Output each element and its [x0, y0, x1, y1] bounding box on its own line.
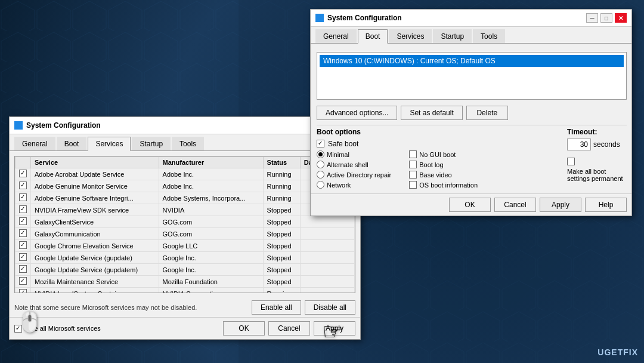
base-video-label: Base video	[419, 171, 451, 179]
service-checkbox[interactable]	[19, 229, 27, 237]
row-checkbox[interactable]	[16, 228, 31, 240]
disable-all-button[interactable]: Disable all	[305, 300, 355, 315]
row-checkbox[interactable]	[16, 252, 31, 264]
row-checkbox[interactable]	[16, 288, 31, 294]
table-row[interactable]: NVIDIA LocalSystem Container NVIDIA Corp…	[16, 288, 355, 294]
row-checkbox[interactable]	[16, 192, 31, 204]
radio-network[interactable]: Network	[317, 181, 391, 189]
boot-os-item[interactable]: Windows 10 (C:\WINDOWS) : Current OS; De…	[320, 55, 624, 67]
service-checkbox[interactable]	[19, 277, 27, 285]
set-default-button[interactable]: Set as default	[401, 106, 462, 120]
service-checkbox[interactable]	[19, 182, 27, 189]
row-checkbox[interactable]	[16, 168, 31, 180]
row-checkbox[interactable]	[16, 180, 31, 192]
row-status: Running	[263, 180, 300, 192]
cb-no-gui[interactable]: No GUI boot	[409, 150, 478, 158]
row-checkbox[interactable]	[16, 276, 31, 288]
row-checkbox[interactable]	[16, 216, 31, 228]
row-status: Stopped	[263, 276, 300, 288]
tab-boot-1[interactable]: Boot	[57, 137, 87, 150]
minimize-button-2[interactable]: ─	[586, 13, 598, 23]
boot-log-checkbox[interactable]	[409, 161, 417, 168]
enable-all-button[interactable]: Enable all	[252, 300, 301, 315]
safe-boot-checkbox[interactable]	[317, 140, 324, 147]
cancel-button-2[interactable]: Cancel	[494, 198, 536, 212]
tab-services-2[interactable]: Services	[389, 29, 432, 43]
radio-minimal-circle[interactable]	[317, 150, 324, 158]
row-date	[300, 276, 354, 288]
service-checkbox[interactable]	[19, 193, 27, 201]
table-row[interactable]: Google Update Service (gupdate) Google I…	[16, 252, 355, 264]
delete-button[interactable]: Delete	[466, 106, 508, 120]
services-table: Service Manufacturer Status Date Disable…	[15, 156, 355, 293]
tab-startup-1[interactable]: Startup	[132, 137, 171, 150]
radio-alternate-circle[interactable]	[317, 161, 324, 168]
apply-button-1[interactable]: Apply	[314, 321, 355, 336]
service-checkbox[interactable]	[19, 217, 27, 225]
service-checkbox[interactable]	[19, 265, 27, 273]
os-boot-info-checkbox[interactable]	[409, 181, 417, 189]
row-manufacturer: NVIDIA Corporation	[159, 288, 263, 294]
row-checkbox[interactable]	[16, 240, 31, 252]
table-row[interactable]: GalaxyCommunication GOG.com Stopped	[16, 228, 355, 240]
services-table-container: Service Manufacturer Status Date Disable…	[14, 156, 355, 293]
radio-network-circle[interactable]	[317, 181, 324, 189]
timeout-input[interactable]	[567, 139, 591, 150]
col-status: Status	[263, 157, 300, 168]
permanent-checkbox[interactable]	[567, 158, 575, 165]
radio-ad-repair[interactable]: Active Directory repair	[317, 171, 391, 179]
service-checkbox[interactable]	[19, 253, 27, 261]
safe-boot-label: Safe boot	[328, 140, 358, 148]
timeout-unit: seconds	[593, 140, 620, 149]
no-gui-checkbox[interactable]	[409, 150, 417, 158]
tab-startup-2[interactable]: Startup	[433, 29, 472, 43]
hide-ms-label[interactable]: Hide all Microsoft services	[14, 325, 101, 333]
advanced-options-button[interactable]: Advanced options...	[317, 106, 397, 120]
cancel-button-1[interactable]: Cancel	[268, 321, 310, 336]
service-checkbox[interactable]	[19, 289, 27, 293]
ok-button-2[interactable]: OK	[449, 198, 491, 212]
table-row[interactable]: Google Update Service (gupdatem) Google …	[16, 264, 355, 276]
cb-boot-log[interactable]: Boot log	[409, 161, 478, 168]
row-service-name: Adobe Genuine Monitor Service	[31, 180, 159, 192]
row-checkbox[interactable]	[16, 204, 31, 216]
row-checkbox[interactable]	[16, 264, 31, 276]
radio-minimal[interactable]: Minimal	[317, 150, 391, 158]
service-checkbox[interactable]	[19, 241, 27, 249]
boot-options-label: Boot options	[317, 128, 478, 136]
table-row[interactable]: Google Chrome Elevation Service Google L…	[16, 240, 355, 252]
permanent-label[interactable]: Make all boot settings permanent	[567, 158, 627, 182]
row-service-name: GalaxyCommunication	[31, 228, 159, 240]
tab-general-2[interactable]: General	[315, 29, 357, 43]
table-row[interactable]: Adobe Genuine Monitor Service Adobe Inc.…	[16, 180, 355, 192]
row-manufacturer: Adobe Inc.	[159, 180, 263, 192]
table-row[interactable]: NVIDIA FrameView SDK service NVIDIA Stop…	[16, 204, 355, 216]
base-video-checkbox[interactable]	[409, 171, 417, 179]
table-row[interactable]: Mozilla Maintenance Service Mozilla Foun…	[16, 276, 355, 288]
tab-general-1[interactable]: General	[14, 137, 55, 150]
radio-alternate-label: Alternate shell	[327, 161, 369, 168]
table-row[interactable]: GalaxyClientService GOG.com Stopped	[16, 216, 355, 228]
cb-base-video[interactable]: Base video	[409, 171, 478, 179]
timeout-label: Timeout:	[567, 128, 597, 136]
cb-os-boot-info[interactable]: OS boot information	[409, 181, 478, 189]
service-checkbox[interactable]	[19, 205, 27, 213]
row-service-name: Google Chrome Elevation Service	[31, 240, 159, 252]
tab-services-1[interactable]: Services	[88, 137, 131, 151]
maximize-button-2[interactable]: □	[600, 13, 612, 23]
close-button-2[interactable]: ✕	[615, 13, 627, 23]
radio-ad-circle[interactable]	[317, 171, 324, 179]
table-row[interactable]: Adobe Acrobat Update Service Adobe Inc. …	[16, 168, 355, 180]
apply-button-2[interactable]: Apply	[540, 198, 581, 212]
ok-button-1[interactable]: OK	[223, 321, 265, 336]
tab-boot-2[interactable]: Boot	[358, 29, 388, 44]
table-row[interactable]: Adobe Genuine Software Integri... Adobe …	[16, 192, 355, 204]
radio-alternate-shell[interactable]: Alternate shell	[317, 161, 391, 168]
service-checkbox[interactable]	[19, 170, 27, 177]
tabs-services: General Boot Services Startup Tools	[10, 134, 360, 151]
tab-tools-1[interactable]: Tools	[172, 137, 204, 150]
hide-ms-checkbox[interactable]	[14, 325, 22, 333]
tab-tools-2[interactable]: Tools	[473, 29, 505, 43]
help-button-2[interactable]: Help	[585, 198, 627, 212]
boot-col-left: Minimal Alternate shell Active Directory…	[317, 150, 391, 189]
